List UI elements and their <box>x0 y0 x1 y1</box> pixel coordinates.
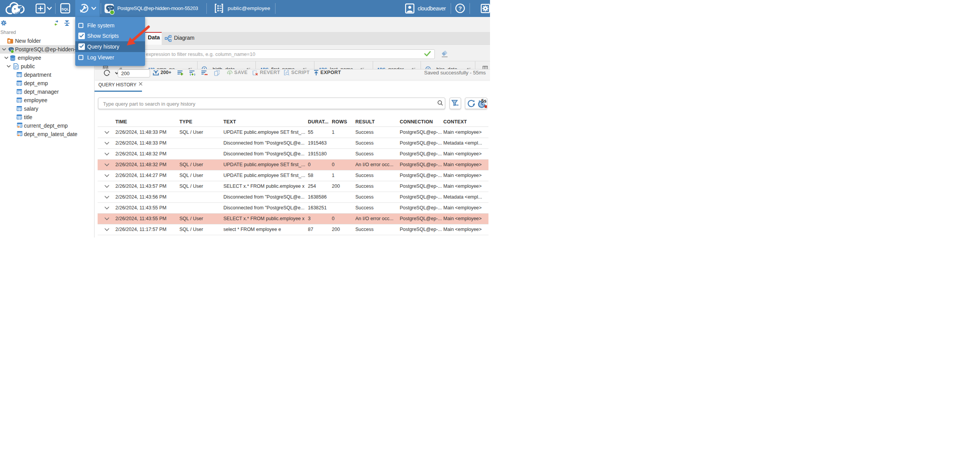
svg-text:SQL: SQL <box>61 7 69 11</box>
svg-text:?: ? <box>458 5 462 12</box>
